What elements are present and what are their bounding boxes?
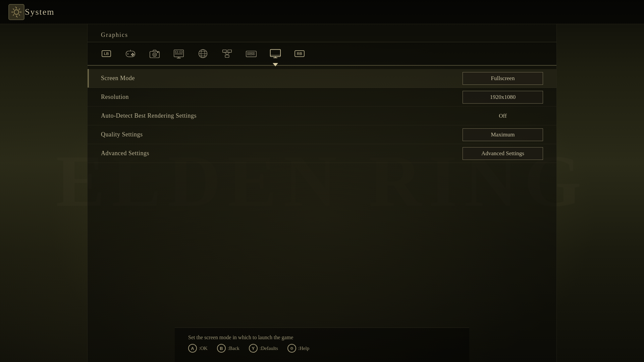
svg-point-7	[133, 54, 134, 55]
settings-list: Screen Mode Fullscreen Resolution 1920x1…	[88, 66, 556, 166]
y-button[interactable]: Y	[249, 344, 258, 353]
svg-rect-27	[223, 50, 226, 53]
controls-row: A :OK B :Back Y :Defaults ⊙ :Help	[188, 344, 456, 353]
screen-mode-label: Screen Mode	[101, 75, 463, 82]
svg-rect-36	[251, 52, 253, 53]
svg-rect-40	[253, 54, 255, 55]
title-bar: System	[0, 0, 644, 24]
svg-rect-37	[253, 52, 255, 53]
svg-point-12	[153, 53, 156, 56]
control-ok: A :OK	[188, 344, 208, 353]
main-panel: Graphics LB	[87, 24, 557, 362]
control-back: B :Back	[217, 344, 239, 353]
help-label: :Help	[298, 346, 309, 351]
svg-rect-29	[225, 55, 229, 58]
svg-rect-41	[270, 50, 280, 57]
tab-keyboard[interactable]	[243, 45, 260, 62]
auto-detect-label: Auto-Detect Best Rendering Settings	[101, 112, 463, 119]
bottom-bar: Set the screen mode in which to launch t…	[175, 327, 469, 362]
control-defaults: Y :Defaults	[249, 344, 278, 353]
svg-point-6	[132, 53, 133, 54]
tab-hud[interactable]	[170, 45, 187, 62]
advanced-value[interactable]: Advanced Settings	[463, 147, 543, 160]
svg-line-31	[227, 52, 230, 55]
svg-point-9	[132, 55, 133, 56]
system-icon	[8, 4, 25, 20]
ok-label: :OK	[199, 346, 208, 351]
section-header: Graphics	[88, 24, 556, 42]
svg-rect-20	[175, 54, 182, 54]
tab-gamepad[interactable]	[122, 45, 139, 62]
tab-bar: LB	[88, 42, 556, 66]
tab-camera[interactable]	[146, 45, 163, 62]
setting-row-quality[interactable]: Quality Settings Maximum	[88, 125, 556, 144]
camera-icon	[148, 47, 161, 60]
svg-rect-0	[9, 4, 24, 20]
monitor-icon	[269, 47, 282, 60]
svg-line-30	[224, 52, 227, 55]
setting-row-resolution[interactable]: Resolution 644x362	[88, 88, 556, 107]
resolution-value[interactable]: 644x362	[463, 91, 543, 104]
svg-point-8	[131, 54, 132, 55]
help-button[interactable]: ⊙	[287, 344, 296, 353]
page-title: System	[25, 7, 55, 17]
svg-rect-19	[175, 51, 178, 53]
defaults-label: :Defaults	[260, 346, 278, 351]
setting-row-auto-detect[interactable]: Auto-Detect Best Rendering Settings Off	[88, 107, 556, 125]
svg-rect-34	[248, 52, 249, 53]
hud-icon	[172, 47, 185, 60]
svg-rect-28	[228, 50, 231, 53]
tab-lb[interactable]: LB	[98, 45, 115, 62]
keyboard-icon	[245, 47, 258, 60]
svg-point-13	[154, 54, 156, 55]
svg-rect-35	[249, 52, 251, 53]
control-help: ⊙ :Help	[287, 344, 309, 353]
tab-network[interactable]	[218, 45, 236, 62]
hint-text: Set the screen mode in which to launch t…	[188, 335, 456, 341]
svg-rect-38	[248, 54, 249, 55]
network-icon	[221, 47, 233, 60]
b-button[interactable]: B	[217, 344, 226, 353]
setting-row-advanced[interactable]: Advanced Settings Advanced Settings	[88, 144, 556, 163]
back-label: :Back	[228, 346, 239, 351]
globe-icon	[197, 47, 209, 60]
auto-detect-value: Off	[463, 113, 543, 119]
advanced-label: Advanced Settings	[101, 150, 463, 157]
screen-mode-value[interactable]: Fullscreen	[463, 72, 543, 85]
tab-display[interactable]	[267, 45, 284, 62]
resolution-label: Resolution	[101, 94, 463, 101]
svg-rect-15	[174, 50, 184, 57]
svg-point-14	[157, 52, 158, 53]
tab-rb[interactable]: RB	[291, 45, 308, 62]
svg-rect-39	[249, 54, 253, 55]
gamepad-icon	[124, 47, 137, 60]
quality-label: Quality Settings	[101, 131, 463, 138]
a-button[interactable]: A	[188, 344, 197, 353]
quality-value[interactable]: Maximum	[463, 128, 543, 141]
tab-language[interactable]	[194, 45, 212, 62]
setting-row-screen-mode[interactable]: Screen Mode Fullscreen	[88, 69, 556, 88]
svg-rect-21	[180, 51, 182, 53]
